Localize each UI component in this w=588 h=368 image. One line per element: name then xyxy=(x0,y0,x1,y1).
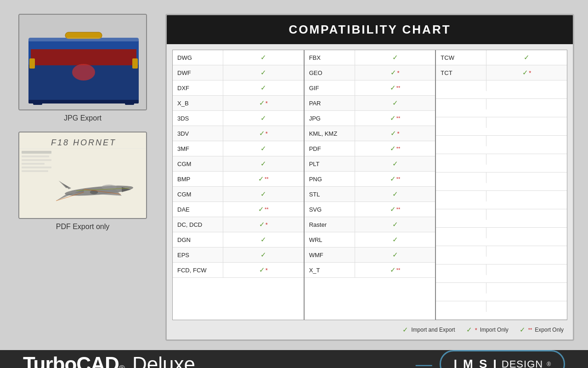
check-cell: ✓** xyxy=(355,80,435,95)
svg-rect-20 xyxy=(22,170,48,172)
format-cell: 3DV xyxy=(173,126,223,141)
table-row: TCW ✓ xyxy=(436,50,567,65)
check-cell: ✓ xyxy=(355,247,435,262)
chart-col3: TCW ✓ TCT ✓* xyxy=(436,50,567,320)
format-cell: JPG xyxy=(305,111,355,126)
check-cell: ✓ xyxy=(223,50,304,65)
check-cell: ✓ xyxy=(223,111,304,126)
svg-rect-10 xyxy=(33,101,42,105)
import-only-check-icon: ✓ xyxy=(466,326,472,334)
format-cell: WRL xyxy=(305,232,355,247)
format-cell: GEO xyxy=(305,65,355,80)
table-row: FBX ✓ xyxy=(305,50,435,65)
check-cell: ✓ xyxy=(223,187,304,201)
check-cell: ✓ xyxy=(355,217,435,232)
turbocad-reg: ® xyxy=(119,364,125,368)
table-row xyxy=(436,117,567,136)
table-row: DXF ✓ xyxy=(173,80,304,96)
table-row: X_T ✓** xyxy=(305,263,435,278)
check-cell: ✓ xyxy=(355,156,435,171)
table-row xyxy=(436,172,567,191)
table-row xyxy=(436,80,567,99)
chart-columns: DWG ✓ DWF ✓ DXF ✓ X_B ✓* 3DS ✓ 3DV ✓* xyxy=(173,50,567,320)
import-only-star-icon: * xyxy=(475,327,477,334)
check-cell: ✓* xyxy=(223,96,304,110)
check-cell: ✓ xyxy=(355,50,435,65)
format-cell: TCT xyxy=(436,65,486,80)
format-cell: DGN xyxy=(173,232,223,247)
table-row: DWF ✓ xyxy=(173,65,304,80)
legend-export-only: ✓** Export Only xyxy=(520,326,564,334)
table-row: TCT ✓* xyxy=(436,65,567,80)
table-row: 3MF ✓ xyxy=(173,141,304,156)
table-row: PLT ✓ xyxy=(305,156,435,172)
check-cell: ✓* xyxy=(223,263,304,277)
format-cell: DC, DCD xyxy=(173,217,223,232)
import-export-check-icon: ✓ xyxy=(402,326,408,334)
table-row: JPG ✓** xyxy=(305,111,435,126)
format-cell: DAE xyxy=(173,202,223,217)
table-row: PAR ✓ xyxy=(305,96,435,111)
format-cell: PAR xyxy=(305,96,355,110)
legend-import-export: ✓ Import and Export xyxy=(402,326,455,334)
import-export-label: Import and Export xyxy=(411,327,455,333)
check-cell: ✓** xyxy=(355,202,435,217)
table-row xyxy=(436,191,567,209)
export-only-label: Export Only xyxy=(535,327,564,333)
chart-title: COMPATIBILITY CHART xyxy=(167,15,573,44)
format-cell: 3MF xyxy=(173,141,223,156)
check-cell: ✓ xyxy=(223,65,304,80)
check-cell: ✓ xyxy=(223,141,304,156)
import-only-label: Import Only xyxy=(480,327,509,333)
imsi-text: I M S I xyxy=(454,357,498,368)
format-cell: CGM xyxy=(173,156,223,171)
check-cell: ✓ xyxy=(355,96,435,110)
table-row: GIF ✓** xyxy=(305,80,435,96)
check-cell: ✓ xyxy=(486,50,567,65)
svg-rect-15 xyxy=(22,151,51,154)
blueprint-image-block: F18 HORNET xyxy=(18,132,147,231)
table-row: GEO ✓* xyxy=(305,65,435,80)
check-cell: ✓** xyxy=(223,202,304,217)
svg-rect-8 xyxy=(28,38,139,41)
table-row: 3DV ✓* xyxy=(173,126,304,141)
check-cell: ✓ xyxy=(223,232,304,247)
table-row: X_B ✓* xyxy=(173,96,304,111)
table-row xyxy=(436,209,567,228)
format-cell: X_B xyxy=(173,96,223,110)
design-reg: ® xyxy=(547,361,551,368)
export-only-star-icon: ** xyxy=(528,327,532,333)
svg-rect-3 xyxy=(31,49,136,65)
format-cell: PDF xyxy=(305,141,355,156)
format-cell: X_T xyxy=(305,263,355,277)
svg-rect-6 xyxy=(132,58,138,69)
svg-point-7 xyxy=(72,64,95,80)
format-cell: CGM xyxy=(173,187,223,201)
svg-text:F18 HORNET: F18 HORNET xyxy=(51,138,116,147)
deluxe-text: Deluxe xyxy=(132,353,195,368)
table-row: DGN ✓ xyxy=(173,232,304,247)
table-row: CGM ✓ xyxy=(173,156,304,172)
table-row: DC, DCD ✓* xyxy=(173,217,304,232)
svg-rect-9 xyxy=(28,100,139,104)
check-cell: ✓** xyxy=(355,111,435,126)
table-row xyxy=(436,246,567,264)
table-row: WMF ✓ xyxy=(305,247,435,263)
check-cell: ✓** xyxy=(355,172,435,186)
table-row xyxy=(436,283,567,301)
format-cell: PNG xyxy=(305,172,355,186)
table-row: Raster ✓ xyxy=(305,217,435,232)
table-row: FCD, FCW ✓* xyxy=(173,263,304,278)
footer: TurboCAD ® Deluxe — I M S I DESIGN ® xyxy=(0,350,588,368)
check-cell: ✓* xyxy=(223,126,304,141)
check-cell: ✓* xyxy=(486,65,567,80)
format-cell: STL xyxy=(305,187,355,201)
svg-rect-17 xyxy=(22,159,51,161)
table-row: CGM ✓ xyxy=(173,187,304,202)
format-cell: DWF xyxy=(173,65,223,80)
table-row: BMP ✓** xyxy=(173,172,304,187)
format-cell: GIF xyxy=(305,80,355,95)
left-panel: JPG Export F18 HORNET xyxy=(14,14,152,341)
format-cell: DXF xyxy=(173,80,223,95)
format-cell: FCD, FCW xyxy=(173,263,223,277)
